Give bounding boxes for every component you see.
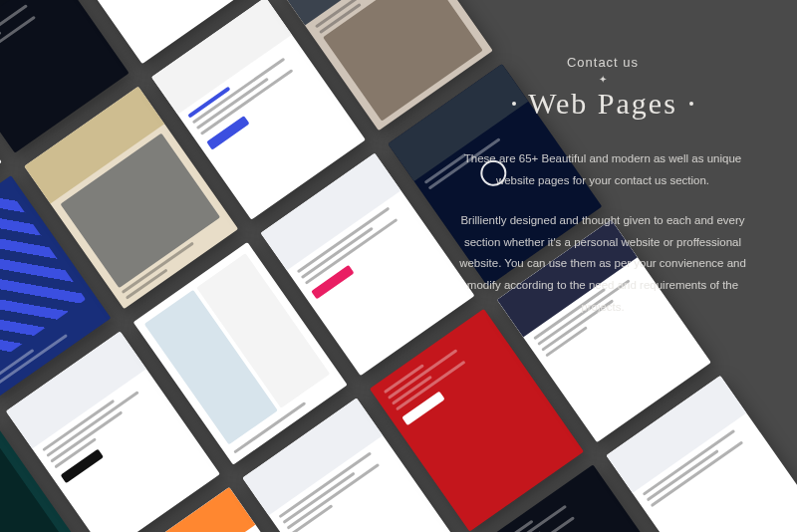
ornament-dot-icon xyxy=(512,102,516,106)
paragraph-1: These are 65+ Beautiful and modern as we… xyxy=(448,148,757,192)
promo-stage: Contact us ✦ Web Pages These are 65+ Bea… xyxy=(0,0,797,532)
title: Web Pages xyxy=(528,87,677,121)
title-row: Web Pages xyxy=(448,87,757,121)
divider-star-icon: ✦ xyxy=(448,74,757,85)
ornament-dot-icon xyxy=(689,102,693,106)
copy-block: Contact us ✦ Web Pages These are 65+ Bea… xyxy=(448,55,757,337)
paragraph-2: Brilliently designed and thought given t… xyxy=(448,210,757,319)
subtitle: Contact us xyxy=(448,55,757,70)
